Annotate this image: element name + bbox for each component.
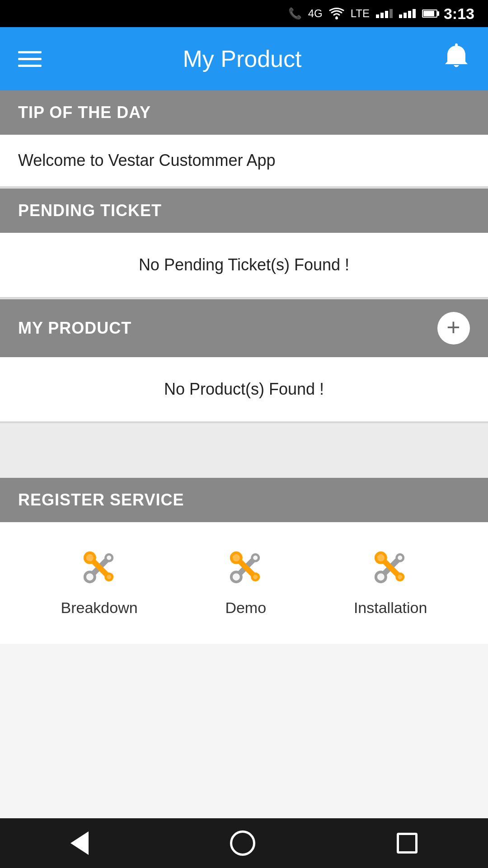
svg-rect-1 <box>455 43 458 47</box>
back-button[interactable] <box>70 831 89 855</box>
home-button[interactable] <box>230 830 255 856</box>
add-product-button[interactable]: + <box>437 312 470 344</box>
bell-icon <box>443 43 470 73</box>
breakdown-service-item[interactable]: Breakdown <box>61 545 138 617</box>
add-product-icon: + <box>446 316 460 339</box>
wifi-icon <box>329 7 344 20</box>
gray-spacer <box>0 424 488 478</box>
app-title: My Product <box>183 45 302 72</box>
service-icons-row: Breakdown Demo <box>0 522 488 644</box>
pending-ticket-content: No Pending Ticket(s) Found ! <box>0 233 488 297</box>
demo-label: Demo <box>225 599 266 617</box>
my-product-header: MY PRODUCT + <box>0 299 488 357</box>
my-product-label: MY PRODUCT <box>18 319 131 338</box>
breakdown-wrench-icon <box>77 545 122 590</box>
installation-label: Installation <box>354 599 427 617</box>
pending-ticket-text: No Pending Ticket(s) Found ! <box>139 255 349 274</box>
tip-content: Welcome to Vestar Custommer App <box>0 135 488 187</box>
recents-button[interactable] <box>397 833 418 854</box>
back-icon <box>70 831 89 855</box>
status-bar: 📞 4G LTE 3:13 <box>0 0 488 27</box>
home-icon <box>230 830 255 856</box>
status-icons: 📞 4G LTE 3:13 <box>288 5 474 23</box>
bottom-navigation <box>0 818 488 868</box>
pending-ticket-header: PENDING TICKET <box>0 189 488 233</box>
register-service-label: REGISTER SERVICE <box>18 491 184 509</box>
phone-icon: 📞 <box>288 7 302 20</box>
demo-service-item[interactable]: Demo <box>223 545 268 617</box>
tip-of-the-day-header: TIP OF THE DAY <box>0 90 488 135</box>
installation-service-item[interactable]: Installation <box>354 545 427 617</box>
hamburger-line-2 <box>18 58 42 60</box>
signal-bars-2 <box>399 9 416 18</box>
installation-wrench-icon <box>368 545 413 590</box>
battery-icon <box>422 9 437 18</box>
my-product-text: No Product(s) Found ! <box>164 380 324 398</box>
app-bar: My Product <box>0 27 488 90</box>
demo-wrench-icon <box>223 545 268 590</box>
tip-text: Welcome to Vestar Custommer App <box>18 151 276 170</box>
hamburger-line-3 <box>18 65 42 67</box>
breakdown-label: Breakdown <box>61 599 138 617</box>
svg-point-0 <box>335 17 338 19</box>
my-product-content: No Product(s) Found ! <box>0 357 488 422</box>
register-service-header: REGISTER SERVICE <box>0 478 488 522</box>
lte-label: LTE <box>351 7 370 20</box>
notification-button[interactable] <box>443 43 470 75</box>
hamburger-menu-button[interactable] <box>18 51 42 67</box>
recents-icon <box>397 833 418 854</box>
hamburger-line-1 <box>18 51 42 53</box>
network-type: 4G <box>308 7 323 20</box>
status-time: 3:13 <box>444 5 474 23</box>
pending-ticket-label: PENDING TICKET <box>18 201 162 220</box>
signal-bars-1 <box>376 9 393 18</box>
tip-header-label: TIP OF THE DAY <box>18 103 151 122</box>
